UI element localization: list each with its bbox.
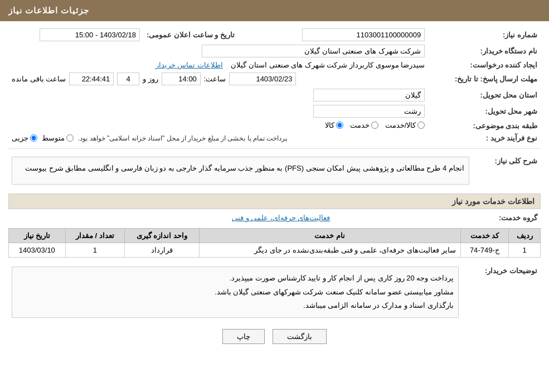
shomare-niaz-label: شماره نیاز: <box>428 27 541 43</box>
page-header: جزئیات اطلاعات نیاز <box>0 0 549 21</box>
buyer-desc-line2: مشاور میابیستی عضو سامانه کلنیک صنعت شرک… <box>215 288 454 296</box>
cell-radif: 1 <box>509 243 541 258</box>
tabaqe-value-cell: کالا/خدمت خدمت کالا <box>8 119 428 132</box>
shahr-value: رشت <box>313 105 425 118</box>
col-header-tedad: تعداد / مقدار <box>65 229 124 243</box>
tabaqe-label: طبقه بندی موضوعی: <box>428 119 541 132</box>
cell-vahed: قرارداد <box>124 243 199 258</box>
radio-kala-khadamat-label: کالا/خدمت <box>385 121 416 129</box>
back-button[interactable]: بازگشت <box>273 329 327 344</box>
noe-farayand-value-cell: پرداخت تمام یا بخشی از مبلغ خریدار از مح… <box>8 132 428 144</box>
tarikh-label: تاریخ و ساعت اعلان عمومی: <box>143 27 265 43</box>
buyer-desc-value: پرداخت وجه 20 روز کاری پس از انجام کار و… <box>12 267 459 318</box>
ijanad-label: ایجاد کننده درخواست: <box>428 59 541 71</box>
main-content: شماره نیاز: 1103001100000009 تاریخ و ساع… <box>0 21 549 356</box>
radio-khadamat-label: خدمت <box>350 121 370 129</box>
grouh-value[interactable]: فعالیت‌های حرفه‌ای، علمی و فنی <box>232 214 330 222</box>
buyer-desc-value-cell: پرداخت وجه 20 روز کاری پس از انجام کار و… <box>8 262 462 322</box>
radio-jozii: جزیی <box>12 134 37 142</box>
divider-1 <box>8 148 541 149</box>
col-header-radif: ردیف <box>509 229 541 243</box>
radio-motovaset-input[interactable] <box>66 134 74 142</box>
mohlat-saat-mande-label: ساعت باقی مانده <box>12 75 66 83</box>
buyer-desc-table: توضیحات خریدار: پرداخت وجه 20 روز کاری پ… <box>8 262 541 322</box>
mohlat-roz-label: روز و <box>143 75 158 83</box>
buyer-desc-line1: پرداخت وجه 20 روز کاری پس از انجام کار و… <box>230 274 454 282</box>
contact-link[interactable]: اطلاعات تماس خریدار <box>156 61 223 69</box>
radio-kala-khadamat: کالا/خدمت <box>385 121 425 129</box>
nam-dastgah-value-cell: شرکت شهرک های صنعتی استان گیلان <box>8 43 428 59</box>
table-row: 1 ج-749-74 سایر فعالیت‌های حرفه‌ای، علمی… <box>9 243 541 258</box>
radio-kala-label: کالا <box>325 121 334 129</box>
grouh-table: گروه خدمت: فعالیت‌های حرفه‌ای، علمی و فن… <box>8 212 541 224</box>
tabaqe-radio-group: کالا/خدمت خدمت کالا <box>325 121 425 129</box>
mohlat-date: 1403/02/23 <box>229 72 296 85</box>
radio-motovaset: متوسط <box>42 134 74 142</box>
radio-jozii-label: جزیی <box>12 134 28 142</box>
ijanad-value: سیدرضا موسوی کاربرداز شرکت شهرک های صنعت… <box>231 61 425 69</box>
ostan-value: گیلان <box>313 89 425 101</box>
noe-farayand-label: نوع فرآیند خرید : <box>428 132 541 144</box>
grouh-value-cell: فعالیت‌های حرفه‌ای، علمی و فنی <box>8 212 333 224</box>
mohlat-value-cell: 1403/02/23 ساعت: 14:00 روز و 4 22:44:41 … <box>8 71 428 87</box>
col-header-kod: کد خدمت <box>460 229 508 243</box>
page-title: جزئیات اطلاعات نیاز <box>8 6 89 15</box>
mohlat-saat-label: ساعت: <box>204 75 226 83</box>
ostan-value-cell: گیلان <box>8 87 428 103</box>
radio-kala: کالا <box>325 121 343 129</box>
nam-dastgah-label: نام دستگاه خریدار: <box>428 43 541 59</box>
shahr-label: شهر محل تحویل: <box>428 103 541 119</box>
ostan-label: استان محل تحویل: <box>428 87 541 103</box>
shomare-niaz-value: 1103001100000009 <box>265 27 428 43</box>
cell-tarikh: 1403/03/10 <box>9 243 66 258</box>
sharh-value: انجام 4 طرح مطالعاتی و پژوهشی پیش امکان … <box>12 157 469 185</box>
ijanad-value-cell: سیدرضا موسوی کاربرداز شرکت شهرک های صنعت… <box>8 59 428 71</box>
mohlat-time: 14:00 <box>162 72 201 85</box>
info-table: شماره نیاز: 1103001100000009 تاریخ و ساع… <box>8 27 541 144</box>
khadamat-section-header: اطلاعات خدمات مورد نیاز <box>8 193 541 209</box>
mohlat-label: مهلت ارسال پاسخ: تا تاریخ: <box>428 71 541 87</box>
buyer-desc-label: توضیحات خریدار: <box>462 262 541 322</box>
sharh-value-cell: انجام 4 طرح مطالعاتی و پژوهشی پیش امکان … <box>8 152 473 189</box>
cell-kod: ج-749-74 <box>460 243 508 258</box>
tarikh-value-cell: 1403/02/18 - 15:00 <box>8 27 143 43</box>
cell-nam: سایر فعالیت‌های حرفه‌ای، علمی و فنی طبقه… <box>199 243 460 258</box>
shahr-value-cell: رشت <box>8 103 428 119</box>
radio-jozii-input[interactable] <box>30 134 37 142</box>
grouh-label: گروه خدمت: <box>333 212 541 224</box>
page-container: جزئیات اطلاعات نیاز شماره نیاز: 11030011… <box>0 0 549 392</box>
mohlat-roz: 4 <box>117 72 139 85</box>
sharh-table: شرح کلی نیاز: انجام 4 طرح مطالعاتی و پژو… <box>8 152 541 189</box>
services-table: ردیف کد خدمت نام خدمت واحد اندازه گیری ت… <box>8 228 541 258</box>
sharh-label: شرح کلی نیاز: <box>473 152 541 189</box>
col-header-vahed: واحد اندازه گیری <box>124 229 199 243</box>
farayand-note: پرداخت تمام یا بخشی از مبلغ خریدار از مح… <box>78 134 287 142</box>
radio-khadamat-input[interactable] <box>371 122 378 129</box>
shomare-niaz-input: 1103001100000009 <box>302 28 425 41</box>
radio-kala-input[interactable] <box>336 122 343 129</box>
print-button[interactable]: چاپ <box>222 329 265 344</box>
radio-khadamat: خدمت <box>350 121 378 129</box>
col-header-nam: نام خدمت <box>199 229 460 243</box>
sherkat-name: شرکت شهرک های صنعتی استان گیلان <box>202 45 425 57</box>
col-header-tarikh: تاریخ نیاز <box>9 229 66 243</box>
buttons-row: بازگشت چاپ <box>8 329 541 344</box>
mohlat-countdown: 22:44:41 <box>69 72 114 85</box>
tarikh-value: 1403/02/18 - 15:00 <box>40 28 140 41</box>
buyer-desc-line3: بارگذاری اسناد و مدارک در سامانه الزامی … <box>303 301 454 309</box>
radio-motovaset-label: متوسط <box>42 134 65 142</box>
radio-kala-khadamat-input[interactable] <box>417 122 425 129</box>
cell-tedad: 1 <box>65 243 124 258</box>
